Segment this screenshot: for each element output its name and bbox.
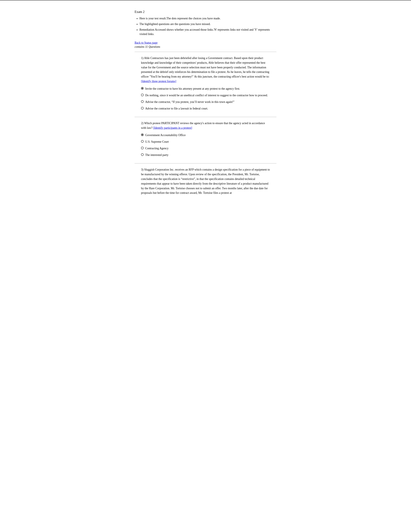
- answer-q2-3-text: Contracting Agency: [145, 146, 168, 151]
- back-to-status-link[interactable]: Back to Status page: [135, 41, 158, 45]
- answer-q2-1-text: Government Accountability Office: [145, 133, 186, 137]
- answer-q2-2-text: U.S. Supreme Court: [145, 140, 169, 144]
- question-3-text: 3) Sluggish Corporation Inc. receives an…: [141, 167, 270, 195]
- radio-q2-4-empty[interactable]: [141, 153, 144, 156]
- intro-bullet-3: Remediation Accessed shows whether you a…: [140, 28, 276, 36]
- exam-title: Exam 2: [135, 10, 276, 14]
- answer-q2-1: Government Accountability Office: [141, 133, 270, 137]
- answer-q1-2: Do nothing, since it would be an unethic…: [141, 93, 270, 97]
- radio-q2-2-empty[interactable]: [141, 140, 144, 143]
- question-block-2: 2) Which protest PARTICIPANT reviews the…: [135, 117, 276, 164]
- radio-q1-3-empty[interactable]: [141, 100, 144, 103]
- intro-list: Here is your test result.The dots repres…: [140, 16, 276, 36]
- radio-q1-2-empty[interactable]: [141, 94, 144, 96]
- radio-q2-3-empty[interactable]: [141, 147, 144, 149]
- answer-q2-2: U.S. Supreme Court: [141, 140, 270, 144]
- answer-q2-4: The interested party: [141, 153, 270, 157]
- question-1-link[interactable]: [Identify three protest forums]: [141, 80, 176, 83]
- page-container: Exam 2 Here is your test result.The dots…: [125, 7, 286, 212]
- answer-q1-1-text: Invite the contractor to have his attorn…: [145, 86, 240, 91]
- question-2-link[interactable]: [Identify participants in a protest]: [153, 126, 192, 129]
- radio-q1-1-selected[interactable]: [141, 87, 144, 90]
- question-2-text: 2) Which protest PARTICIPANT reviews the…: [141, 121, 270, 130]
- top-divider: [0, 0, 411, 0]
- answer-q1-3-text: Advise the contractor, “If you protest, …: [145, 100, 234, 104]
- answer-q1-1: Invite the contractor to have his attorn…: [141, 86, 270, 91]
- intro-bullet-2: The highlighted questions are the questi…: [140, 22, 276, 26]
- answer-q1-4: Advise the contractor to file a lawsuit …: [141, 106, 270, 111]
- answer-q2-3: Contracting Agency: [141, 146, 270, 151]
- answer-q1-3: Advise the contractor, “If you protest, …: [141, 100, 270, 104]
- radio-q1-4-empty[interactable]: [141, 107, 144, 109]
- question-block-3: 3) Sluggish Corporation Inc. receives an…: [135, 163, 276, 202]
- intro-bullet-1: Here is your test result.The dots repres…: [140, 16, 276, 21]
- contains-questions-text: contains 11 Questions: [135, 45, 276, 48]
- answer-q1-2-text: Do nothing, since it would be an unethic…: [145, 93, 268, 97]
- question-block-1: 1) Able Contractors has just been debrie…: [135, 52, 276, 117]
- radio-q2-1-selected[interactable]: [141, 133, 144, 136]
- answer-q1-4-text: Advise the contractor to file a lawsuit …: [145, 106, 208, 111]
- question-1-text: 1) Able Contractors has just been debrie…: [141, 56, 270, 84]
- answer-q2-4-text: The interested party: [145, 153, 168, 157]
